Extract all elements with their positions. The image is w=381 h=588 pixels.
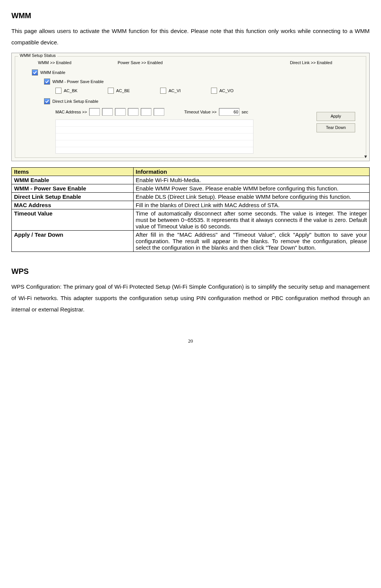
table-row: Timeout ValueTime of automatically disco… <box>12 209 370 231</box>
ac-vi-checkbox[interactable] <box>160 88 166 94</box>
powersave-enable-label: WMM - Power Save Enable <box>52 79 104 84</box>
wmm-config-screenshot: WMM Setup Status WMM >> Enabled Power Sa… <box>11 53 370 161</box>
wps-intro: WPS Configuration: The primary goal of W… <box>11 281 370 315</box>
table-row: Direct Link Setup EnableEnable DLS (Dire… <box>12 193 370 201</box>
table-header-information: Information <box>133 168 369 176</box>
powersave-enable-checkbox[interactable] <box>44 79 50 85</box>
page-number: 20 <box>11 338 370 344</box>
timeout-label: Timeout Value >> <box>184 110 217 114</box>
status-directlink: Direct Link >> Enabled <box>290 60 351 65</box>
ac-bk-checkbox[interactable] <box>55 88 61 94</box>
mac-octet-1[interactable] <box>89 108 100 116</box>
ac-be-checkbox[interactable] <box>108 88 114 94</box>
mac-octet-6[interactable] <box>154 108 164 116</box>
dls-entries-list[interactable] <box>55 119 253 154</box>
mac-octet-2[interactable] <box>102 108 113 116</box>
wps-heading: WPS <box>11 267 370 276</box>
apply-button[interactable]: Apply <box>316 112 355 121</box>
wmm-enable-checkbox[interactable] <box>32 69 38 75</box>
table-row: Apply / Tear DownAfter fill in the "MAC … <box>12 231 370 252</box>
mac-octet-4[interactable] <box>128 108 139 116</box>
ac-vo-checkbox[interactable] <box>211 88 217 94</box>
mac-octet-5[interactable] <box>141 108 151 116</box>
timeout-unit: sec <box>242 110 248 114</box>
wmm-intro: This page allows users to activate the W… <box>11 25 370 48</box>
ac-vi-label: AC_VI <box>168 88 181 93</box>
mac-octet-3[interactable] <box>115 108 126 116</box>
table-header-items: Items <box>12 168 134 176</box>
table-row: MAC AddressFill in the blanks of Direct … <box>12 201 370 209</box>
wmm-enable-label: WMM Enable <box>40 70 65 75</box>
collapse-arrow-icon[interactable]: ▾ <box>364 153 367 159</box>
dls-enable-label: Direct Link Setup Enable <box>52 99 98 104</box>
wmm-heading: WMM <box>11 11 370 20</box>
table-row: WMM - Power Save EnableEnable WMM Power … <box>12 184 370 193</box>
status-powersave: Power Save >> Enabled <box>118 60 290 65</box>
wmm-info-table: Items Information WMM EnableEnable Wi-Fi… <box>11 167 370 252</box>
dls-enable-checkbox[interactable] <box>44 98 50 104</box>
wmm-fieldset-legend: WMM Setup Status <box>18 53 57 58</box>
ac-be-label: AC_BE <box>116 88 130 93</box>
tear-down-button[interactable]: Tear Down <box>316 123 355 132</box>
timeout-input[interactable] <box>219 108 239 116</box>
ac-bk-label: AC_BK <box>64 88 77 93</box>
ac-vo-label: AC_VO <box>219 88 233 93</box>
status-wmm: WMM >> Enabled <box>38 60 118 65</box>
table-row: WMM EnableEnable Wi-Fi Multi-Media. <box>12 176 370 184</box>
mac-address-label: MAC Address >> <box>55 110 87 114</box>
